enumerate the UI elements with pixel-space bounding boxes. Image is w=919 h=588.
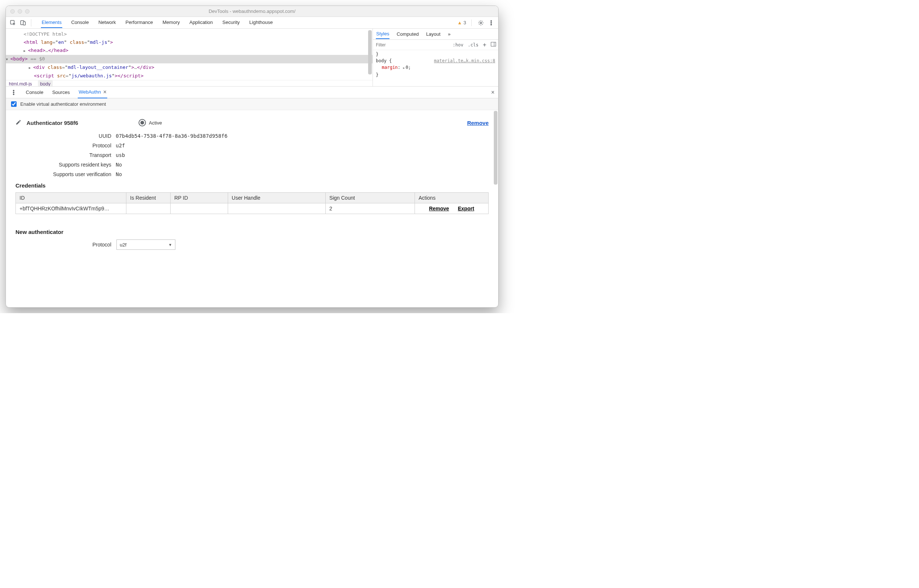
chevron-down-icon: ▼ xyxy=(168,243,172,247)
device-toggle-icon[interactable] xyxy=(19,19,27,27)
expand-icon[interactable] xyxy=(403,65,406,70)
close-drawer-icon[interactable]: × xyxy=(491,89,494,96)
tab-console[interactable]: Console xyxy=(70,17,90,28)
minimize-icon[interactable] xyxy=(18,9,22,14)
warning-badge[interactable]: ▲ 3 xyxy=(457,20,466,26)
protocol-label: Protocol xyxy=(16,142,111,149)
svg-point-10 xyxy=(13,92,15,93)
close-icon[interactable] xyxy=(10,9,15,14)
export-credential-link[interactable]: Export xyxy=(458,205,474,212)
new-authenticator-heading: New authenticator xyxy=(16,229,489,235)
dom-source[interactable]: <!DOCTYPE html> <html lang="en" class="m… xyxy=(6,29,373,80)
zoom-icon[interactable] xyxy=(25,9,29,14)
protocol-select-value: u2f xyxy=(120,242,126,247)
window-controls xyxy=(10,9,29,14)
authenticator-details: UUID07b4db54-7538-4f78-8a36-9bd387d958f6… xyxy=(16,133,489,177)
sidebar-toggle-icon[interactable] xyxy=(489,42,498,47)
tab-performance[interactable]: Performance xyxy=(125,17,153,28)
col-actions[interactable]: Actions xyxy=(415,193,489,204)
active-radio[interactable]: Active xyxy=(139,119,162,126)
credentials-heading: Credentials xyxy=(16,183,489,189)
tab-computed[interactable]: Computed xyxy=(396,29,419,39)
protocol-select[interactable]: u2f ▼ xyxy=(116,239,175,250)
separator xyxy=(31,19,31,26)
close-tab-icon[interactable]: × xyxy=(103,89,107,95)
selector: body { xyxy=(376,58,392,63)
table-header-row: ID Is Resident RP ID User Handle Sign Co… xyxy=(16,193,489,204)
drawer-tab-webauthn[interactable]: WebAuthn × xyxy=(78,87,107,99)
tab-memory[interactable]: Memory xyxy=(162,17,181,28)
col-id[interactable]: ID xyxy=(16,193,126,204)
crumb-html[interactable]: html.mdl-js xyxy=(9,81,32,86)
edit-icon[interactable] xyxy=(16,120,21,126)
dom-panel: <!DOCTYPE html> <html lang="en" class="m… xyxy=(6,29,373,86)
more-icon[interactable] xyxy=(487,19,495,27)
inspect-icon[interactable] xyxy=(9,19,17,27)
drawer-tab-sources[interactable]: Sources xyxy=(52,87,71,97)
cell-sign-count: 2 xyxy=(325,204,415,214)
resident-keys-label: Supports resident keys xyxy=(16,162,111,168)
html-tag: html xyxy=(26,39,38,45)
css-val: 0; xyxy=(406,65,411,70)
scrollbar[interactable] xyxy=(494,111,497,184)
enable-checkbox[interactable] xyxy=(11,101,16,107)
resident-keys-value: No xyxy=(116,162,122,168)
transport-label: Transport xyxy=(16,152,111,158)
svg-point-4 xyxy=(491,20,492,21)
drawer-tab-console[interactable]: Console xyxy=(25,87,44,97)
col-sign-count[interactable]: Sign Count xyxy=(325,193,415,204)
styles-tabs: Styles Computed Layout » xyxy=(373,29,498,40)
table-row: +bfTQHHRzKOfhilMnvIvCIkWTm5p9… 2 Remove … xyxy=(16,204,489,214)
tab-layout[interactable]: Layout xyxy=(426,29,441,39)
styles-panel: Styles Computed Layout » :hov .cls + } m… xyxy=(373,29,498,86)
uuid-value: 07b4db54-7538-4f78-8a36-9bd387d958f6 xyxy=(116,133,227,139)
protocol-value: u2f xyxy=(116,142,125,149)
svg-point-5 xyxy=(491,22,492,23)
drawer-tab-webauthn-label: WebAuthn xyxy=(79,89,100,95)
new-protocol-label: Protocol xyxy=(16,242,111,247)
new-rule-icon[interactable]: + xyxy=(481,41,489,48)
tab-elements[interactable]: Elements xyxy=(41,17,62,28)
uuid-label: UUID xyxy=(16,133,111,139)
drawer-tabs: Console Sources WebAuthn × × xyxy=(6,87,498,99)
warning-icon: ▲ xyxy=(457,20,462,26)
col-rp-id[interactable]: RP ID xyxy=(171,193,228,204)
hov-toggle[interactable]: :hov xyxy=(451,42,466,47)
credentials-table: ID Is Resident RP ID User Handle Sign Co… xyxy=(16,192,489,214)
enable-row: Enable virtual authenticator environment xyxy=(6,99,498,110)
tab-security[interactable]: Security xyxy=(222,17,241,28)
panel-tabs: Elements Console Network Performance Mem… xyxy=(41,17,273,28)
crumb-body[interactable]: body xyxy=(38,80,53,86)
styles-body[interactable]: } material.te…k.min.css:8body { margin: … xyxy=(373,50,498,79)
separator xyxy=(471,19,472,26)
scrollbar[interactable] xyxy=(368,30,372,74)
source-link[interactable]: material.te…k.min.css:8 xyxy=(434,58,495,64)
tab-application[interactable]: Application xyxy=(189,17,214,28)
doctype: <!DOCTYPE html> xyxy=(24,31,67,37)
tab-network[interactable]: Network xyxy=(98,17,117,28)
new-authenticator-protocol-row: Protocol u2f ▼ xyxy=(16,239,489,250)
col-is-resident[interactable]: Is Resident xyxy=(126,193,171,204)
remove-credential-link[interactable]: Remove xyxy=(429,205,449,212)
settings-icon[interactable] xyxy=(477,19,485,27)
tab-lighthouse[interactable]: Lighthouse xyxy=(249,17,274,28)
svg-rect-7 xyxy=(491,42,496,47)
authenticator-title: Authenticator 958f6 xyxy=(26,120,78,126)
titlebar: DevTools - webauthndemo.appspot.com/ xyxy=(6,6,498,17)
remove-authenticator-link[interactable]: Remove xyxy=(467,120,489,126)
svg-rect-2 xyxy=(23,22,26,25)
main-toolbar: Elements Console Network Performance Mem… xyxy=(6,17,498,29)
tab-more[interactable]: » xyxy=(447,29,451,39)
cls-toggle[interactable]: .cls xyxy=(465,42,481,47)
svg-point-11 xyxy=(13,94,15,95)
drawer-more-icon[interactable] xyxy=(10,89,18,97)
svg-point-3 xyxy=(480,22,481,23)
transport-value: usb xyxy=(116,152,125,158)
brace: } xyxy=(376,51,495,58)
styles-filter-input[interactable] xyxy=(373,42,451,47)
tab-styles[interactable]: Styles xyxy=(376,29,389,39)
svg-point-6 xyxy=(491,24,492,25)
col-user-handle[interactable]: User Handle xyxy=(228,193,325,204)
svg-point-9 xyxy=(13,90,15,91)
radio-icon xyxy=(139,119,146,126)
